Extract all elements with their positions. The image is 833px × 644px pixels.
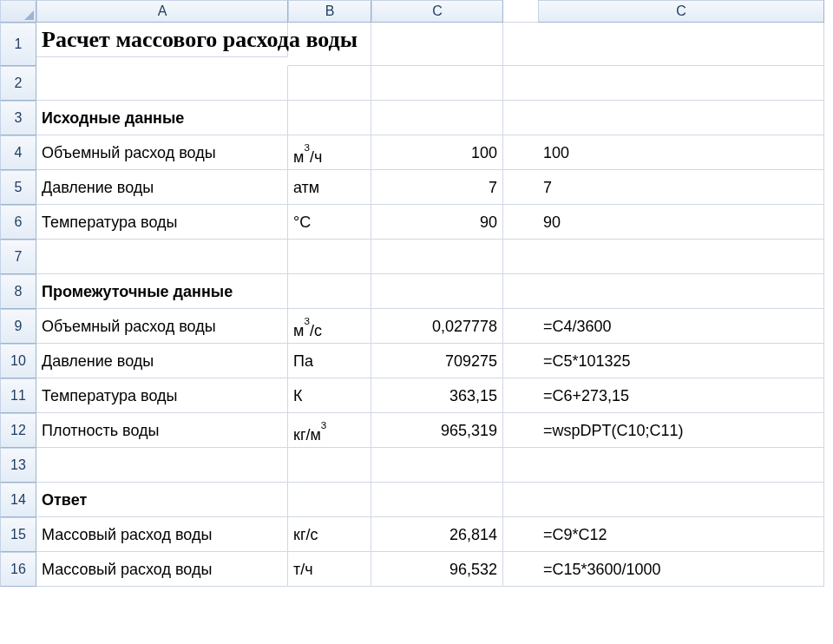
row-header-15[interactable]: 15 (0, 517, 36, 552)
cell-C6[interactable]: 90 (371, 205, 503, 240)
cell-A3-section[interactable]: Исходные данные (36, 101, 288, 135)
cell-C12b[interactable]: =wspDPT(C10;C11) (538, 413, 824, 448)
cell-C3b[interactable] (538, 101, 824, 135)
cell-A15[interactable]: Массовый расход воды (36, 517, 288, 552)
cell-C7b[interactable] (538, 240, 824, 274)
cell-A8-section[interactable]: Промежуточные данные (36, 274, 288, 309)
cell-C5b[interactable]: 7 (538, 170, 824, 205)
cell-C9[interactable]: 0,027778 (371, 309, 503, 344)
col-header-C[interactable]: C (371, 0, 503, 23)
cell-B2[interactable] (288, 66, 371, 101)
cell-A12[interactable]: Плотность воды (36, 413, 288, 448)
col-gap-header (503, 0, 538, 23)
cell-A7[interactable] (36, 240, 288, 274)
cell-C11[interactable]: 363,15 (371, 378, 503, 413)
cell-B15[interactable]: кг/с (288, 517, 371, 552)
cell-C2[interactable] (371, 66, 503, 101)
cell-B11[interactable]: К (288, 378, 371, 413)
cell-C14b[interactable] (538, 483, 824, 517)
cell-C13b[interactable] (538, 448, 824, 483)
cell-C1[interactable] (371, 23, 503, 66)
cell-A9[interactable]: Объемный расход воды (36, 309, 288, 344)
cell-B16[interactable]: т/ч (288, 552, 371, 587)
row-header-4[interactable]: 4 (0, 135, 36, 170)
cell-B5[interactable]: атм (288, 170, 371, 205)
cell-A13[interactable] (36, 448, 288, 483)
cell-C8[interactable] (371, 274, 503, 309)
cell-C13[interactable] (371, 448, 503, 483)
cell-B9[interactable]: м3/с (288, 309, 371, 344)
row-header-13[interactable]: 13 (0, 448, 36, 483)
cell-C9b[interactable]: =C4/3600 (538, 309, 824, 344)
row-header-9[interactable]: 9 (0, 309, 36, 344)
row-header-16[interactable]: 16 (0, 552, 36, 587)
cell-A5[interactable]: Давление воды (36, 170, 288, 205)
cell-A11[interactable]: Температура воды (36, 378, 288, 413)
cell-C7[interactable] (371, 240, 503, 274)
cell-C3[interactable] (371, 101, 503, 135)
cell-C14[interactable] (371, 483, 503, 517)
row-header-1[interactable]: 1 (0, 23, 36, 66)
cell-C4b[interactable]: 100 (538, 135, 824, 170)
row-header-12[interactable]: 12 (0, 413, 36, 448)
cell-B6[interactable]: °C (288, 205, 371, 240)
col-header-B[interactable]: B (288, 0, 371, 23)
cell-A2[interactable] (36, 66, 288, 101)
row-header-2[interactable]: 2 (0, 66, 36, 101)
cell-C4[interactable]: 100 (371, 135, 503, 170)
select-all-corner[interactable] (0, 0, 36, 23)
cell-C5[interactable]: 7 (371, 170, 503, 205)
cell-C2b[interactable] (538, 66, 824, 101)
cell-C6b[interactable]: 90 (538, 205, 824, 240)
cell-B4[interactable]: м3/ч (288, 135, 371, 170)
cell-C16[interactable]: 96,532 (371, 552, 503, 587)
cell-B13[interactable] (288, 448, 371, 483)
spreadsheet: A B C C 1 Расчет массового расхода воды … (0, 0, 833, 587)
cell-A10[interactable]: Давление воды (36, 344, 288, 378)
cell-A6[interactable]: Температура воды (36, 205, 288, 240)
cell-B10[interactable]: Па (288, 344, 371, 378)
cell-B8[interactable] (288, 274, 371, 309)
cell-A16[interactable]: Массовый расход воды (36, 552, 288, 587)
cell-C15[interactable]: 26,814 (371, 517, 503, 552)
row-header-8[interactable]: 8 (0, 274, 36, 309)
row-header-5[interactable]: 5 (0, 170, 36, 205)
cell-C10[interactable]: 709275 (371, 344, 503, 378)
row-header-7[interactable]: 7 (0, 240, 36, 274)
col-header-C2[interactable]: C (538, 0, 824, 23)
cell-B3[interactable] (288, 101, 371, 135)
row-header-10[interactable]: 10 (0, 344, 36, 378)
cell-C1b[interactable] (538, 23, 824, 66)
row-header-3[interactable]: 3 (0, 101, 36, 135)
cell-C8b[interactable] (538, 274, 824, 309)
col-header-A[interactable]: A (36, 0, 288, 23)
row-header-11[interactable]: 11 (0, 378, 36, 413)
cell-A14-section[interactable]: Ответ (36, 483, 288, 517)
cell-C11b[interactable]: =C6+273,15 (538, 378, 824, 413)
cell-A1-title[interactable]: Расчет массового расхода воды (36, 23, 288, 57)
cell-A4[interactable]: Объемный расход воды (36, 135, 288, 170)
cell-B7[interactable] (288, 240, 371, 274)
cell-B14[interactable] (288, 483, 371, 517)
row-header-14[interactable]: 14 (0, 483, 36, 517)
cell-B12[interactable]: кг/м3 (288, 413, 371, 448)
cell-C15b[interactable]: =C9*C12 (538, 517, 824, 552)
cell-C10b[interactable]: =C5*101325 (538, 344, 824, 378)
cell-C12[interactable]: 965,319 (371, 413, 503, 448)
row-header-6[interactable]: 6 (0, 205, 36, 240)
cell-C16b[interactable]: =C15*3600/1000 (538, 552, 824, 587)
